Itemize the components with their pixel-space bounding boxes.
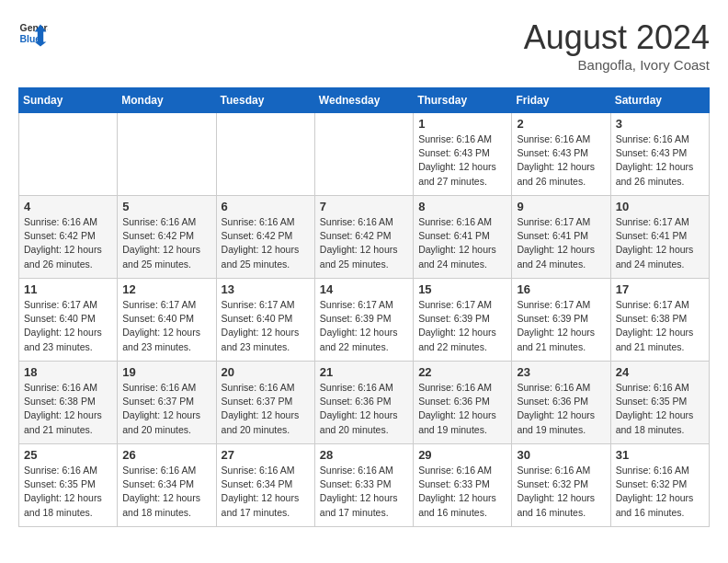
calendar-cell [19,113,118,196]
day-number: 25 [24,448,112,462]
day-number: 28 [320,448,408,462]
day-info: Sunrise: 6:16 AMSunset: 6:37 PMDaylight:… [222,381,310,437]
day-info: Sunrise: 6:17 AMSunset: 6:40 PMDaylight:… [122,298,210,354]
calendar-week-row: 4Sunrise: 6:16 AMSunset: 6:42 PMDaylight… [19,196,710,279]
day-number: 20 [222,365,310,379]
day-number: 7 [320,200,408,213]
calendar-cell: 20Sunrise: 6:16 AMSunset: 6:37 PMDayligh… [216,362,314,444]
day-info: Sunrise: 6:17 AMSunset: 6:40 PMDaylight:… [24,298,112,354]
day-info: Sunrise: 6:16 AMSunset: 6:43 PMDaylight:… [616,132,704,189]
day-info: Sunrise: 6:16 AMSunset: 6:43 PMDaylight:… [418,132,506,189]
day-info: Sunrise: 6:17 AMSunset: 6:39 PMDaylight:… [418,298,506,354]
calendar-cell: 5Sunrise: 6:16 AMSunset: 6:42 PMDaylight… [118,196,216,279]
calendar-cell [216,113,314,196]
day-info: Sunrise: 6:16 AMSunset: 6:34 PMDaylight:… [222,464,310,520]
day-number: 22 [418,365,506,379]
page-header: General Blue August 2024 Bangofla, Ivory… [18,18,710,73]
calendar-cell: 24Sunrise: 6:16 AMSunset: 6:35 PMDayligh… [610,362,709,444]
calendar-cell: 28Sunrise: 6:16 AMSunset: 6:33 PMDayligh… [314,444,413,527]
day-info: Sunrise: 6:16 AMSunset: 6:43 PMDaylight:… [517,132,605,189]
calendar-week-row: 18Sunrise: 6:16 AMSunset: 6:38 PMDayligh… [19,362,710,444]
day-number: 24 [616,365,704,379]
day-of-week-header: Monday [118,88,216,113]
day-number: 1 [418,117,506,131]
calendar-cell: 7Sunrise: 6:16 AMSunset: 6:42 PMDaylight… [314,196,413,279]
day-of-week-header: Sunday [19,88,118,113]
day-number: 3 [616,117,704,131]
calendar-cell: 27Sunrise: 6:16 AMSunset: 6:34 PMDayligh… [216,444,314,527]
calendar-cell: 17Sunrise: 6:17 AMSunset: 6:38 PMDayligh… [610,279,709,362]
calendar-cell: 25Sunrise: 6:16 AMSunset: 6:35 PMDayligh… [19,444,118,527]
calendar-cell: 14Sunrise: 6:17 AMSunset: 6:39 PMDayligh… [314,279,413,362]
location-subtitle: Bangofla, Ivory Coast [524,57,710,73]
day-of-week-header: Friday [512,88,610,113]
calendar-cell: 30Sunrise: 6:16 AMSunset: 6:32 PMDayligh… [512,444,610,527]
logo: General Blue [18,18,48,48]
day-info: Sunrise: 6:16 AMSunset: 6:38 PMDaylight:… [24,381,112,437]
day-number: 5 [122,200,210,213]
calendar-cell: 15Sunrise: 6:17 AMSunset: 6:39 PMDayligh… [414,279,512,362]
calendar-week-row: 1Sunrise: 6:16 AMSunset: 6:43 PMDaylight… [19,113,710,196]
day-number: 4 [24,200,112,213]
day-info: Sunrise: 6:16 AMSunset: 6:42 PMDaylight:… [320,215,408,271]
calendar-cell: 1Sunrise: 6:16 AMSunset: 6:43 PMDaylight… [414,113,512,196]
calendar-cell: 4Sunrise: 6:16 AMSunset: 6:42 PMDaylight… [19,196,118,279]
calendar-cell: 22Sunrise: 6:16 AMSunset: 6:36 PMDayligh… [414,362,512,444]
month-year-title: August 2024 [524,18,710,57]
day-number: 30 [517,448,605,462]
day-of-week-header: Saturday [610,88,709,113]
calendar-cell: 13Sunrise: 6:17 AMSunset: 6:40 PMDayligh… [216,279,314,362]
day-number: 15 [418,282,506,296]
calendar-cell: 29Sunrise: 6:16 AMSunset: 6:33 PMDayligh… [414,444,512,527]
calendar-cell: 9Sunrise: 6:17 AMSunset: 6:41 PMDaylight… [512,196,610,279]
calendar-cell: 16Sunrise: 6:17 AMSunset: 6:39 PMDayligh… [512,279,610,362]
day-number: 31 [616,448,704,462]
day-number: 13 [222,282,310,296]
day-number: 29 [418,448,506,462]
day-number: 8 [418,200,506,213]
calendar-cell: 6Sunrise: 6:16 AMSunset: 6:42 PMDaylight… [216,196,314,279]
day-info: Sunrise: 6:17 AMSunset: 6:39 PMDaylight:… [320,298,408,354]
day-info: Sunrise: 6:16 AMSunset: 6:35 PMDaylight:… [616,381,704,437]
day-number: 14 [320,282,408,296]
calendar-cell: 8Sunrise: 6:16 AMSunset: 6:41 PMDaylight… [414,196,512,279]
day-number: 23 [517,365,605,379]
day-number: 26 [122,448,210,462]
day-info: Sunrise: 6:16 AMSunset: 6:32 PMDaylight:… [616,464,704,520]
title-block: August 2024 Bangofla, Ivory Coast [524,18,710,73]
day-number: 2 [517,117,605,131]
calendar-cell [118,113,216,196]
calendar-cell: 10Sunrise: 6:17 AMSunset: 6:41 PMDayligh… [610,196,709,279]
day-number: 16 [517,282,605,296]
calendar-cell: 2Sunrise: 6:16 AMSunset: 6:43 PMDaylight… [512,113,610,196]
calendar-cell: 12Sunrise: 6:17 AMSunset: 6:40 PMDayligh… [118,279,216,362]
day-info: Sunrise: 6:17 AMSunset: 6:38 PMDaylight:… [616,298,704,354]
day-number: 21 [320,365,408,379]
day-info: Sunrise: 6:16 AMSunset: 6:33 PMDaylight:… [418,464,506,520]
calendar-cell [314,113,413,196]
day-info: Sunrise: 6:17 AMSunset: 6:39 PMDaylight:… [517,298,605,354]
day-info: Sunrise: 6:16 AMSunset: 6:34 PMDaylight:… [122,464,210,520]
day-number: 11 [24,282,112,296]
day-of-week-header: Wednesday [314,88,413,113]
day-number: 9 [517,200,605,213]
calendar-cell: 21Sunrise: 6:16 AMSunset: 6:36 PMDayligh… [314,362,413,444]
day-info: Sunrise: 6:17 AMSunset: 6:41 PMDaylight:… [517,215,605,271]
day-info: Sunrise: 6:16 AMSunset: 6:42 PMDaylight:… [24,215,112,271]
calendar-cell: 26Sunrise: 6:16 AMSunset: 6:34 PMDayligh… [118,444,216,527]
day-info: Sunrise: 6:16 AMSunset: 6:37 PMDaylight:… [122,381,210,437]
calendar-week-row: 11Sunrise: 6:17 AMSunset: 6:40 PMDayligh… [19,279,710,362]
day-number: 27 [222,448,310,462]
day-info: Sunrise: 6:16 AMSunset: 6:33 PMDaylight:… [320,464,408,520]
calendar-cell: 11Sunrise: 6:17 AMSunset: 6:40 PMDayligh… [19,279,118,362]
day-info: Sunrise: 6:16 AMSunset: 6:32 PMDaylight:… [517,464,605,520]
calendar-cell: 23Sunrise: 6:16 AMSunset: 6:36 PMDayligh… [512,362,610,444]
calendar-cell: 3Sunrise: 6:16 AMSunset: 6:43 PMDaylight… [610,113,709,196]
day-info: Sunrise: 6:16 AMSunset: 6:41 PMDaylight:… [418,215,506,271]
calendar-table: SundayMondayTuesdayWednesdayThursdayFrid… [18,87,710,527]
day-number: 19 [122,365,210,379]
calendar-header-row: SundayMondayTuesdayWednesdayThursdayFrid… [19,88,710,113]
day-info: Sunrise: 6:16 AMSunset: 6:42 PMDaylight:… [122,215,210,271]
day-info: Sunrise: 6:16 AMSunset: 6:36 PMDaylight:… [517,381,605,437]
logo-icon: General Blue [18,18,48,48]
